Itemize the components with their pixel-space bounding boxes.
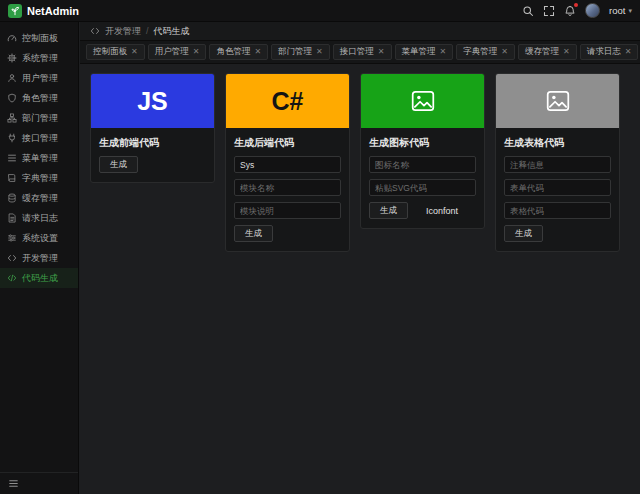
topbar: NetAdmin root ▾ [0, 0, 640, 22]
sidebar-item-dashboard[interactable]: 控制面板 [0, 28, 78, 48]
card-title: 生成表格代码 [504, 136, 611, 150]
text-input[interactable] [504, 202, 611, 219]
text-input[interactable] [504, 179, 611, 196]
user-icon [7, 73, 17, 83]
card-title: 生成前端代码 [99, 136, 206, 150]
close-icon[interactable]: ✕ [378, 48, 385, 56]
tab-label: 请求日志 [587, 46, 621, 58]
card-backend: C#生成后端代码生成 [225, 73, 350, 252]
tab[interactable]: 接口管理✕ [333, 44, 392, 60]
tab[interactable]: 部门管理✕ [271, 44, 330, 60]
card-frontend: JS生成前端代码生成 [90, 73, 215, 183]
text-input[interactable] [234, 202, 341, 219]
tab-label: 角色管理 [216, 46, 250, 58]
tab[interactable]: 用户管理✕ [148, 44, 207, 60]
sidebar-item-system-management[interactable]: 系统管理 [0, 48, 78, 68]
book-icon [7, 173, 17, 183]
sidebar-item-role-management[interactable]: 角色管理 [0, 88, 78, 108]
close-icon[interactable]: ✕ [563, 48, 570, 56]
topbar-actions: root ▾ [522, 3, 632, 18]
card-actions: 生成Iconfont [369, 202, 476, 219]
app-logo [8, 4, 22, 18]
sidebar-item-system-settings[interactable]: 系统设置 [0, 228, 78, 248]
tab-label: 用户管理 [155, 46, 189, 58]
tab[interactable]: 菜单管理✕ [395, 44, 454, 60]
plug-icon [7, 133, 17, 143]
fullscreen-icon[interactable] [543, 5, 555, 17]
sidebar-item-department-management[interactable]: 部门管理 [0, 108, 78, 128]
bell-icon[interactable] [564, 5, 576, 17]
sidebar-item-label: 角色管理 [22, 92, 58, 105]
text-input[interactable] [369, 156, 476, 173]
avatar[interactable] [585, 3, 600, 18]
sidebar-item-request-log[interactable]: 请求日志 [0, 208, 78, 228]
dashboard-icon [7, 33, 17, 43]
search-icon[interactable] [522, 5, 534, 17]
menu-icon [7, 153, 17, 163]
card-body: 生成前端代码生成 [91, 128, 214, 182]
sidebar-item-label: 请求日志 [22, 212, 58, 225]
database-icon [7, 193, 17, 203]
sidebar-menu: 控制面板系统管理用户管理角色管理部门管理接口管理菜单管理字典管理缓存管理请求日志… [0, 28, 78, 472]
close-icon[interactable]: ✕ [440, 48, 447, 56]
card-actions: 生成 [504, 225, 611, 242]
tab-label: 控制面板 [93, 46, 127, 58]
card-body: 生成表格代码生成 [496, 128, 619, 251]
card-body: 生成图标代码生成Iconfont [361, 128, 484, 228]
generate-button[interactable]: 生成 [504, 225, 543, 242]
generate-button[interactable]: 生成 [99, 156, 138, 173]
sidebar-item-api-management[interactable]: 接口管理 [0, 128, 78, 148]
image-icon [410, 88, 436, 114]
collapse-sidebar-icon[interactable] [8, 478, 19, 489]
generate-button[interactable]: 生成 [234, 225, 273, 242]
sidebar-footer [0, 472, 78, 494]
sidebar-item-label: 缓存管理 [22, 192, 58, 205]
tab-label: 部门管理 [278, 46, 312, 58]
text-input[interactable] [504, 156, 611, 173]
tab[interactable]: 控制面板✕ [86, 44, 145, 60]
close-icon[interactable]: ✕ [131, 48, 138, 56]
notification-badge [574, 3, 578, 7]
close-icon[interactable]: ✕ [625, 48, 632, 56]
tab[interactable]: 字典管理✕ [456, 44, 515, 60]
card-banner-table [496, 74, 619, 128]
sidebar-item-label: 用户管理 [22, 72, 58, 85]
sidebar: 控制面板系统管理用户管理角色管理部门管理接口管理菜单管理字典管理缓存管理请求日志… [0, 22, 79, 494]
sidebar-item-dictionary-management[interactable]: 字典管理 [0, 168, 78, 188]
shield-icon [7, 93, 17, 103]
close-icon[interactable]: ✕ [501, 48, 508, 56]
tab[interactable]: 角色管理✕ [209, 44, 268, 60]
close-icon[interactable]: ✕ [254, 48, 261, 56]
card-icon: 生成图标代码生成Iconfont [360, 73, 485, 229]
tab[interactable]: 缓存管理✕ [518, 44, 577, 60]
sidebar-item-code-generation[interactable]: 代码生成 [0, 268, 78, 288]
card-title: 生成图标代码 [369, 136, 476, 150]
tab-label: 字典管理 [463, 46, 497, 58]
close-icon[interactable]: ✕ [316, 48, 323, 56]
tab[interactable]: 请求日志✕ [580, 44, 639, 60]
tab-label: 接口管理 [340, 46, 374, 58]
text-input[interactable] [234, 179, 341, 196]
tab-label: 缓存管理 [525, 46, 559, 58]
chevron-down-icon: ▾ [628, 7, 632, 15]
tab-bar: 控制面板✕用户管理✕角色管理✕部门管理✕接口管理✕菜单管理✕字典管理✕缓存管理✕… [80, 41, 640, 64]
org-icon [7, 113, 17, 123]
breadcrumb-item-current: 代码生成 [154, 25, 190, 38]
sidebar-item-label: 系统管理 [22, 52, 58, 65]
text-input[interactable] [234, 156, 341, 173]
sidebar-item-dev-management[interactable]: 开发管理 [0, 248, 78, 268]
codegen-icon [7, 273, 17, 283]
user-menu[interactable]: root ▾ [609, 5, 632, 16]
gear-icon [7, 53, 17, 63]
text-input[interactable] [369, 179, 476, 196]
breadcrumb-separator: / [146, 26, 149, 36]
generate-button[interactable]: 生成 [369, 202, 408, 219]
sidebar-item-cache-management[interactable]: 缓存管理 [0, 188, 78, 208]
close-icon[interactable]: ✕ [193, 48, 200, 56]
sidebar-item-label: 系统设置 [22, 232, 58, 245]
card-banner-backend: C# [226, 74, 349, 128]
sidebar-item-menu-management[interactable]: 菜单管理 [0, 148, 78, 168]
sidebar-item-user-management[interactable]: 用户管理 [0, 68, 78, 88]
sidebar-item-label: 字典管理 [22, 172, 58, 185]
iconfont-link[interactable]: Iconfont [426, 206, 458, 216]
